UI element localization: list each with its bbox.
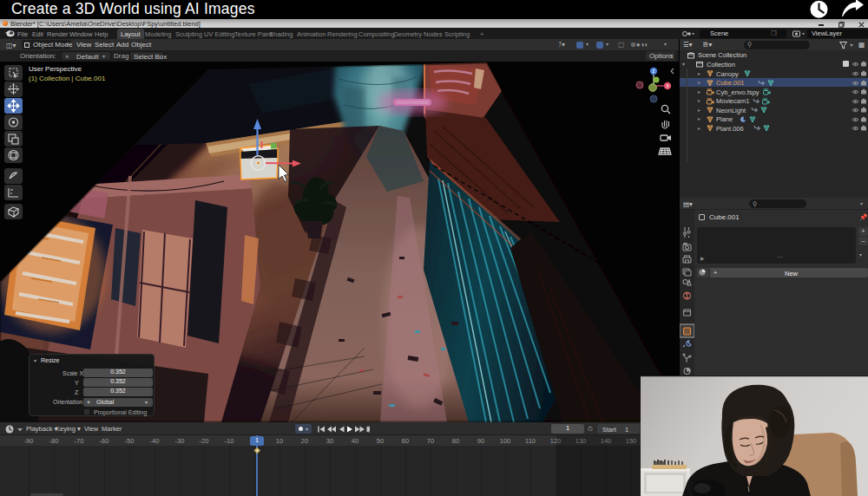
svg-text:X: X xyxy=(666,83,669,88)
